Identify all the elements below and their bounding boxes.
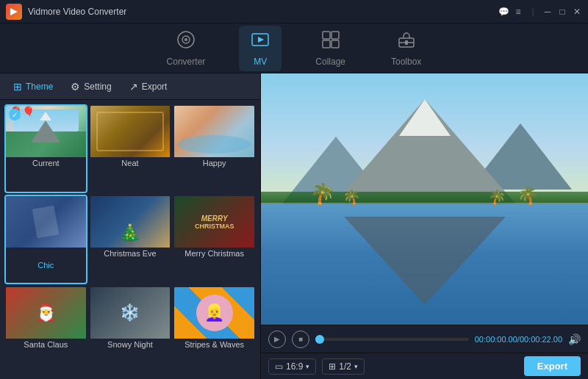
export-button[interactable]: Export [524,356,581,376]
theme-grid-icon: ⊞ [13,81,22,93]
sub-nav-export[interactable]: ↗ Export [122,78,175,95]
svg-rect-12 [405,40,408,45]
theme-neat[interactable]: Neat [89,104,172,193]
converter-label: Converter [167,57,206,67]
theme-stripes[interactable]: 👱‍♀️ Stripes & Waves [173,286,256,375]
svg-marker-5 [258,37,264,43]
theme-merrychristmas-label: Merry Christmas [174,248,254,259]
theme-happy[interactable]: Happy [173,104,256,193]
app-logo [6,4,22,20]
toolbox-label: Toolbox [391,57,421,67]
chat-icon[interactable]: 💬 [498,7,509,17]
converter-icon [176,30,196,54]
left-panel: ⊞ Theme ⚙ Setting ↗ Export [0,73,261,379]
sub-nav-export-label: Export [142,82,168,92]
svg-marker-0 [10,8,18,15]
tab-toolbox[interactable]: Toolbox [379,26,433,71]
nav-tabs: Converter MV Collage [0,24,588,73]
tab-mv[interactable]: MV [239,26,282,71]
theme-grid: 🎈 🎈 ✓ Current Neat Happy [0,100,260,379]
svg-rect-8 [323,40,330,48]
theme-happy-label: Happy [174,157,254,169]
stop-button[interactable]: ■ [292,331,309,348]
collage-icon [321,30,340,54]
theme-chic[interactable]: Chic [4,195,87,284]
play-button[interactable]: ▶ [268,331,286,348]
maximize-button[interactable]: □ [557,7,567,17]
theme-merrychristmas[interactable]: MERRY CHRISTMAS Merry Christmas [173,195,256,284]
tab-converter[interactable]: Converter [155,26,218,71]
sub-nav-setting-label: Setting [84,82,111,92]
aspect-ratio-select[interactable]: ▭ 16:9 ▾ [268,358,316,375]
svg-rect-9 [331,40,339,48]
toolbox-icon [397,30,416,54]
collage-label: Collage [315,57,345,67]
theme-chic-label [6,248,86,250]
setting-icon: ⚙ [71,81,80,93]
aspect-row: ▭ 16:9 ▾ ⊞ 1/2 ▾ Export [261,353,588,379]
close-button[interactable]: ✕ [572,7,582,17]
svg-rect-6 [323,32,330,39]
window-controls: 💬 ≡ | ─ □ ✕ [498,7,582,17]
sub-nav-theme-label: Theme [26,82,53,92]
theme-santa-label: Santa Claus [6,339,86,350]
sub-nav-theme[interactable]: ⊞ Theme [6,78,60,95]
sub-nav: ⊞ Theme ⚙ Setting ↗ Export [0,73,260,100]
main-content: ⊞ Theme ⚙ Setting ↗ Export [0,73,588,379]
aspect-chevron: ▾ [306,363,309,370]
aspect-icon: ▭ [275,361,283,372]
progress-bar[interactable] [315,338,469,341]
right-panel: 🌴 🌴 🌴 🌴 ▶ ■ 00:00:00.00/00:00:22.00 🔊 ▭ [261,73,588,379]
export-icon: ↗ [129,81,138,93]
svg-rect-7 [331,32,339,39]
count-chevron: ▾ [354,363,358,370]
count-icon: ⊞ [329,361,336,372]
mv-icon [251,30,270,54]
theme-christmas[interactable]: 🎄 Christmas Eve [89,195,172,284]
count-select[interactable]: ⊞ 1/2 ▾ [322,358,365,375]
count-value: 1/2 [339,361,351,372]
sub-nav-setting[interactable]: ⚙ Setting [63,78,118,95]
mv-label: MV [254,57,267,67]
preview-scene: 🌴 🌴 🌴 🌴 [261,73,588,325]
playback-controls: ▶ ■ 00:00:00.00/00:00:22.00 🔊 [261,325,588,353]
time-display: 00:00:00.00/00:00:22.00 [475,335,562,344]
minimize-button[interactable]: ─ [542,7,553,17]
title-bar: Vidmore Video Converter 💬 ≡ | ─ □ ✕ [0,0,588,24]
aspect-value: 16:9 [286,361,303,372]
theme-christmas-label: Christmas Eve [90,248,171,259]
tab-collage[interactable]: Collage [304,26,357,71]
volume-icon[interactable]: 🔊 [568,333,581,345]
theme-check-icon: ✓ [9,109,21,120]
theme-santa[interactable]: 🎅 Santa Claus [4,286,87,375]
separator: | [528,7,538,17]
theme-current[interactable]: 🎈 🎈 ✓ Current [4,104,87,193]
chic-badge: Chic [6,261,86,270]
menu-icon[interactable]: ≡ [513,7,523,17]
theme-current-label: Current [6,157,86,169]
theme-stripes-label: Stripes & Waves [174,339,254,350]
video-preview: 🌴 🌴 🌴 🌴 [261,73,588,325]
app-title: Vidmore Video Converter [28,7,498,17]
theme-neat-label: Neat [90,157,171,169]
theme-snowy-label: Snowy Night [90,339,171,350]
theme-snowy[interactable]: ❄️ Snowy Night [89,286,172,375]
svg-point-3 [184,38,187,41]
progress-dot [315,335,324,344]
